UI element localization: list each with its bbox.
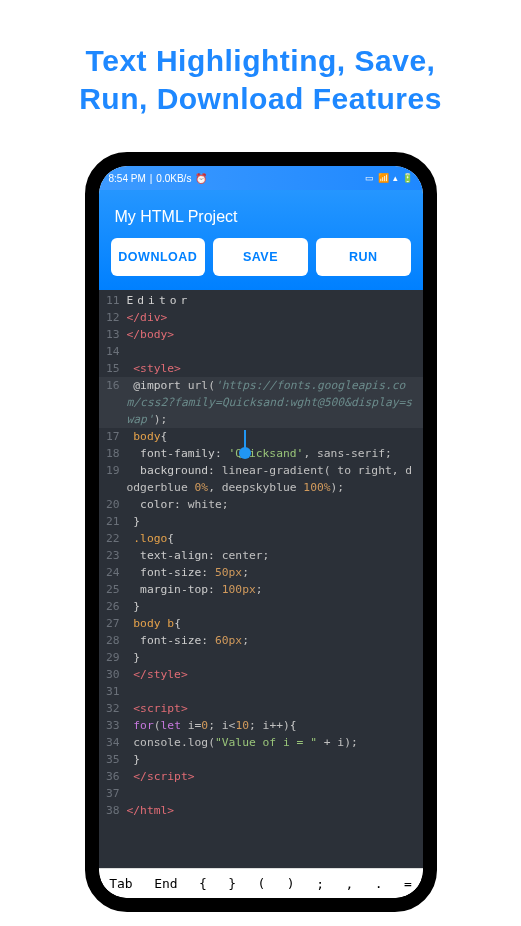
code-line[interactable]: 23 text-align: center; xyxy=(99,547,423,564)
keyboard-accessory-row: TabEnd{}();,.= xyxy=(99,868,423,898)
status-time: 8:54 PM xyxy=(109,173,146,184)
phone-screen: 8:54 PM | 0.0KB/s ⏰ ▭ 📶 ▴ 🔋 My HTML Proj… xyxy=(99,166,423,898)
key-;[interactable]: ; xyxy=(312,876,328,891)
status-net: 0.0KB/s xyxy=(156,173,191,184)
code-line[interactable]: 24 font-size: 50px; xyxy=(99,564,423,581)
key-end[interactable]: End xyxy=(150,876,181,891)
code-content[interactable]: </script> xyxy=(127,768,423,785)
code-line[interactable]: 11Editor xyxy=(99,292,423,309)
code-content[interactable]: for(let i=0; i<10; i++){ xyxy=(127,717,423,734)
code-content[interactable]: console.log("Value of i = " + i); xyxy=(127,734,423,751)
promo-line1: Text Highlighting, Save, xyxy=(20,42,501,80)
code-content[interactable]: font-family: 'Quicksand', sans-serif; xyxy=(127,445,423,462)
code-line[interactable]: 38</html> xyxy=(99,802,423,819)
code-line[interactable]: 29 } xyxy=(99,649,423,666)
code-line[interactable]: 15 <style> xyxy=(99,360,423,377)
text-cursor xyxy=(244,430,246,448)
code-line[interactable]: 14 xyxy=(99,343,423,360)
code-content[interactable]: } xyxy=(127,649,423,666)
code-content[interactable]: </body> xyxy=(127,326,423,343)
cursor-handle[interactable] xyxy=(239,447,251,459)
line-number: 21 xyxy=(99,513,127,530)
line-number: 26 xyxy=(99,598,127,615)
code-content[interactable]: font-size: 60px; xyxy=(127,632,423,649)
code-line[interactable]: 33 for(let i=0; i<10; i++){ xyxy=(99,717,423,734)
line-number: 32 xyxy=(99,700,127,717)
code-line[interactable]: 22 .logo{ xyxy=(99,530,423,547)
line-number: 35 xyxy=(99,751,127,768)
code-line[interactable]: 25 margin-top: 100px; xyxy=(99,581,423,598)
code-line[interactable]: 31 xyxy=(99,683,423,700)
code-content[interactable] xyxy=(127,343,423,360)
code-line[interactable]: 30 </style> xyxy=(99,666,423,683)
code-content[interactable]: <style> xyxy=(127,360,423,377)
key-tab[interactable]: Tab xyxy=(105,876,136,891)
code-line[interactable]: 32 <script> xyxy=(99,700,423,717)
code-content[interactable]: Editor xyxy=(127,292,423,309)
code-line[interactable]: 16 @import url('https://fonts.googleapis… xyxy=(99,377,423,428)
code-content[interactable]: color: white; xyxy=(127,496,423,513)
phone-side-button xyxy=(423,334,427,374)
code-content[interactable]: .logo{ xyxy=(127,530,423,547)
code-content[interactable]: background: linear-gradient( to right, d… xyxy=(127,462,423,496)
code-line[interactable]: 36 </script> xyxy=(99,768,423,785)
code-content[interactable]: @import url('https://fonts.googleapis.co… xyxy=(127,377,423,428)
code-content[interactable]: margin-top: 100px; xyxy=(127,581,423,598)
code-line[interactable]: 21 } xyxy=(99,513,423,530)
line-number: 28 xyxy=(99,632,127,649)
download-button[interactable]: DOWNLOAD xyxy=(111,238,206,276)
code-content[interactable]: text-align: center; xyxy=(127,547,423,564)
code-editor[interactable]: 11Editor12</div>13</body>1415 <style>16 … xyxy=(99,290,423,868)
code-line[interactable]: 20 color: white; xyxy=(99,496,423,513)
key-{[interactable]: { xyxy=(195,876,211,891)
line-number: 38 xyxy=(99,802,127,819)
code-line[interactable]: 17 body{ xyxy=(99,428,423,445)
code-content[interactable] xyxy=(127,785,423,802)
code-content[interactable] xyxy=(127,683,423,700)
line-number: 27 xyxy=(99,615,127,632)
code-line[interactable]: 27 body b{ xyxy=(99,615,423,632)
code-content[interactable]: </html> xyxy=(127,802,423,819)
line-number: 22 xyxy=(99,530,127,547)
statusbar-right: ▭ 📶 ▴ 🔋 xyxy=(365,173,413,183)
code-line[interactable]: 34 console.log("Value of i = " + i); xyxy=(99,734,423,751)
code-content[interactable]: <script> xyxy=(127,700,423,717)
code-content[interactable]: font-size: 50px; xyxy=(127,564,423,581)
line-number: 24 xyxy=(99,564,127,581)
code-line[interactable]: 37 xyxy=(99,785,423,802)
app-header: My HTML Project DOWNLOAD SAVE RUN xyxy=(99,190,423,290)
line-number: 17 xyxy=(99,428,127,445)
signal-icon: 📶 xyxy=(378,173,389,183)
key-([interactable]: ( xyxy=(254,876,270,891)
code-line[interactable]: 19 background: linear-gradient( to right… xyxy=(99,462,423,496)
alarm-icon: ⏰ xyxy=(195,173,207,184)
code-content[interactable]: } xyxy=(127,751,423,768)
run-button[interactable]: RUN xyxy=(316,238,411,276)
key-=[interactable]: = xyxy=(400,876,416,891)
code-line[interactable]: 13</body> xyxy=(99,326,423,343)
code-content[interactable]: </style> xyxy=(127,666,423,683)
code-content[interactable]: </div> xyxy=(127,309,423,326)
code-content[interactable]: body b{ xyxy=(127,615,423,632)
code-content[interactable]: } xyxy=(127,513,423,530)
line-number: 34 xyxy=(99,734,127,751)
code-line[interactable]: 28 font-size: 60px; xyxy=(99,632,423,649)
line-number: 20 xyxy=(99,496,127,513)
code-line[interactable]: 18 font-family: 'Quicksand', sans-serif; xyxy=(99,445,423,462)
key-}[interactable]: } xyxy=(224,876,240,891)
key-,[interactable]: , xyxy=(341,876,357,891)
code-content[interactable]: body{ xyxy=(127,428,423,445)
line-number: 11 xyxy=(99,292,127,309)
save-button[interactable]: SAVE xyxy=(213,238,308,276)
line-number: 16 xyxy=(99,377,127,428)
code-content[interactable]: } xyxy=(127,598,423,615)
button-row: DOWNLOAD SAVE RUN xyxy=(111,238,411,276)
line-number: 31 xyxy=(99,683,127,700)
wifi-icon: ▴ xyxy=(393,173,398,183)
code-line[interactable]: 26 } xyxy=(99,598,423,615)
key-.[interactable]: . xyxy=(371,876,387,891)
key-)[interactable]: ) xyxy=(283,876,299,891)
code-line[interactable]: 35 } xyxy=(99,751,423,768)
code-line[interactable]: 12</div> xyxy=(99,309,423,326)
line-number: 15 xyxy=(99,360,127,377)
